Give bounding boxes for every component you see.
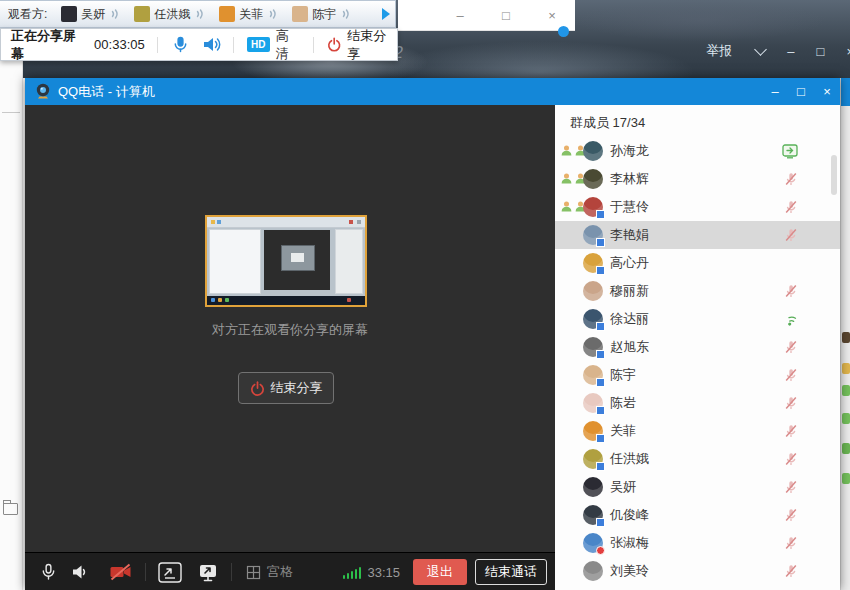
qq-call-window: QQ电话 - 计算机 – □ × bbox=[25, 78, 840, 590]
muted-mic-icon[interactable] bbox=[784, 340, 798, 354]
share-stage: 对方正在观看你分享的屏幕 结束分享 bbox=[25, 105, 555, 590]
member-row[interactable]: 刘美玲 bbox=[555, 557, 840, 585]
member-row[interactable]: 吴妍 bbox=[555, 473, 840, 501]
report-button[interactable]: 举报 bbox=[706, 42, 732, 60]
sharing-timer: 00:33:05 bbox=[94, 37, 145, 52]
muted-mic-icon[interactable] bbox=[784, 424, 798, 438]
mic-toggle-button[interactable] bbox=[40, 563, 57, 581]
muted-mic-icon[interactable] bbox=[784, 508, 798, 522]
member-name: 赵旭东 bbox=[610, 338, 649, 356]
viewer-name: 吴妍 bbox=[81, 6, 105, 23]
sound-waves-icon bbox=[108, 8, 120, 20]
power-icon bbox=[327, 37, 341, 52]
background-right-window-strip bbox=[840, 78, 850, 590]
member-avatar bbox=[583, 281, 603, 301]
member-avatar bbox=[583, 337, 603, 357]
member-avatar bbox=[583, 365, 603, 385]
muted-mic-icon[interactable] bbox=[784, 228, 798, 242]
online-badge bbox=[596, 266, 605, 275]
muted-mic-icon[interactable] bbox=[784, 564, 798, 578]
speaker-button[interactable] bbox=[203, 36, 221, 53]
members-scrollbar-thumb[interactable] bbox=[831, 155, 837, 195]
member-row[interactable]: 关菲 bbox=[555, 417, 840, 445]
viewer-avatar bbox=[61, 6, 77, 22]
online-badge bbox=[596, 322, 605, 331]
end-share-button-label: 结束分享 bbox=[271, 379, 323, 397]
viewer-item[interactable]: 关菲 bbox=[219, 6, 278, 23]
member-row[interactable]: 赵旭东 bbox=[555, 333, 840, 361]
member-avatar bbox=[583, 169, 603, 189]
member-row[interactable]: 高心丹 bbox=[555, 249, 840, 277]
microphone-button[interactable] bbox=[172, 36, 189, 53]
call-close-button[interactable]: × bbox=[814, 84, 840, 99]
viewer-avatar bbox=[219, 6, 235, 22]
chevron-down-icon[interactable] bbox=[754, 43, 767, 56]
preview-window-chrome bbox=[207, 217, 365, 228]
member-name: 穆丽新 bbox=[610, 282, 649, 300]
viewer-name: 陈宇 bbox=[312, 6, 336, 23]
folder-icon bbox=[3, 503, 18, 515]
white-window-close-button[interactable]: × bbox=[529, 8, 575, 23]
end-sharing-button[interactable]: 结束分享 bbox=[327, 27, 397, 63]
speaker-toggle-button[interactable] bbox=[72, 564, 87, 580]
muted-mic-icon[interactable] bbox=[784, 452, 798, 466]
avatar-fragment bbox=[842, 413, 850, 424]
muted-mic-icon[interactable] bbox=[784, 172, 798, 186]
grid-view-icon[interactable] bbox=[246, 565, 261, 580]
background-minimize-button[interactable]: – bbox=[787, 44, 794, 59]
online-badge bbox=[596, 434, 605, 443]
member-row[interactable]: 陈宇 bbox=[555, 361, 840, 389]
viewers-bar: 观看方: 吴妍 任洪娥 关菲 陈宇 bbox=[0, 0, 396, 28]
background-white-window: – □ × bbox=[398, 0, 575, 31]
sharing-screen-icon[interactable] bbox=[782, 144, 798, 159]
expand-arrow-icon[interactable] bbox=[382, 8, 390, 20]
viewer-item[interactable]: 任洪娥 bbox=[134, 6, 205, 23]
member-row[interactable]: 任洪娥 bbox=[555, 445, 840, 473]
avatar-fragment bbox=[842, 363, 850, 374]
hd-quality-label[interactable]: 高清 bbox=[276, 27, 301, 63]
member-row[interactable]: 穆丽新 bbox=[555, 277, 840, 305]
member-row[interactable]: 孙海龙 bbox=[555, 137, 840, 165]
muted-mic-icon[interactable] bbox=[784, 480, 798, 494]
white-window-minimize-button[interactable]: – bbox=[437, 8, 483, 23]
background-titlebar-sliver bbox=[841, 78, 850, 106]
member-avatar bbox=[583, 309, 603, 329]
viewer-item[interactable]: 吴妍 bbox=[61, 6, 120, 23]
muted-mic-icon[interactable] bbox=[784, 200, 798, 214]
muted-mic-icon[interactable] bbox=[784, 368, 798, 382]
member-row[interactable]: 李艳娟 bbox=[555, 221, 840, 249]
share-screen-button[interactable] bbox=[158, 562, 182, 583]
camera-off-button[interactable] bbox=[109, 563, 132, 581]
end-share-button[interactable]: 结束分享 bbox=[238, 372, 334, 404]
member-row[interactable]: 仉俊峰 bbox=[555, 501, 840, 529]
member-name: 于慧伶 bbox=[610, 198, 649, 216]
viewer-item[interactable]: 陈宇 bbox=[292, 6, 351, 23]
sound-waves-icon bbox=[266, 8, 278, 20]
grid-view-label[interactable]: 宫格 bbox=[267, 563, 293, 581]
member-row[interactable]: 李林辉 bbox=[555, 165, 840, 193]
member-name: 吴妍 bbox=[610, 478, 636, 496]
member-row[interactable]: 陈岩 bbox=[555, 389, 840, 417]
whiteboard-share-button[interactable] bbox=[198, 563, 218, 582]
call-window-title: QQ电话 - 计算机 bbox=[58, 83, 155, 101]
call-minimize-button[interactable]: – bbox=[762, 84, 788, 99]
end-call-button[interactable]: 结束通话 bbox=[475, 559, 547, 585]
member-name: 陈岩 bbox=[610, 394, 636, 412]
muted-mic-icon[interactable] bbox=[784, 284, 798, 298]
online-badge bbox=[596, 238, 605, 247]
busy-badge bbox=[596, 546, 605, 555]
exit-button[interactable]: 退出 bbox=[413, 559, 467, 585]
member-row[interactable]: 徐达丽 bbox=[555, 305, 840, 333]
group-members-panel: 群成员 17/34 孙海龙 bbox=[555, 105, 840, 590]
divider bbox=[145, 563, 146, 581]
background-close-button[interactable]: × bbox=[846, 44, 850, 59]
background-maximize-button[interactable]: □ bbox=[817, 44, 825, 59]
member-row[interactable]: 于慧伶 bbox=[555, 193, 840, 221]
call-maximize-button[interactable]: □ bbox=[788, 84, 814, 99]
muted-mic-icon[interactable] bbox=[784, 536, 798, 550]
sharing-toolbar: 正在分享屏幕 00:33:05 HD 高清 结束分享 bbox=[0, 28, 398, 61]
member-row[interactable]: 张淑梅 bbox=[555, 529, 840, 557]
muted-mic-icon[interactable] bbox=[784, 396, 798, 410]
member-avatar bbox=[583, 561, 603, 581]
white-window-maximize-button[interactable]: □ bbox=[483, 8, 529, 23]
